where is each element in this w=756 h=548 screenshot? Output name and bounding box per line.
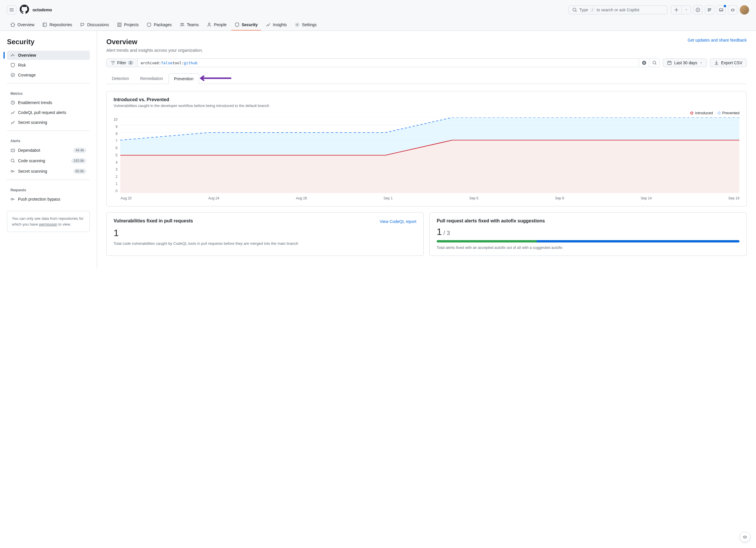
filter-query-input[interactable]: archived:false tool:github [138, 59, 639, 67]
svg-rect-13 [11, 149, 15, 152]
svg-rect-21 [668, 61, 671, 64]
search-placeholder-pre: Type [579, 8, 588, 12]
hamburger-button[interactable] [7, 5, 16, 15]
page-subtitle: Alert trends and insights across your or… [106, 48, 203, 53]
metrics-tabs: Detection Remediation Prevention [106, 73, 747, 84]
autofix-value: 1 [437, 226, 442, 237]
svg-point-18 [11, 198, 13, 200]
sidebar-item-code-scanning[interactable]: Code scanning163.8k [7, 156, 90, 166]
svg-point-15 [13, 150, 14, 150]
vuln-desc: Total code vulnerabilities caught by Cod… [114, 241, 416, 246]
search-shortcut-key: / [590, 8, 594, 12]
search-placeholder-post: to search or ask Copilot [596, 8, 639, 12]
sidebar-group-requests: Requests [7, 183, 90, 194]
nav-settings[interactable]: Settings [291, 19, 320, 31]
topbar: octodemo Type / to search or ask Copilot [0, 0, 756, 19]
svg-rect-5 [43, 23, 46, 26]
vuln-card-title: Vulnerabilities fixed in pull requests [114, 218, 193, 223]
tab-prevention[interactable]: Prevention [169, 73, 199, 84]
svg-point-4 [733, 10, 734, 10]
sidebar-item-push-bypass[interactable]: Push protection bypass [7, 194, 90, 204]
chart-y-axis: 109876543210 [114, 117, 120, 193]
nav-insights[interactable]: Insights [262, 19, 290, 31]
sidebar-group-metrics: Metrics [7, 87, 90, 98]
sidebar-item-enablement[interactable]: Enablement trends [7, 98, 90, 107]
nav-repositories[interactable]: Repositories [39, 19, 76, 31]
nav-packages[interactable]: Packages [143, 19, 175, 31]
permission-link[interactable]: permission [39, 222, 57, 226]
chart-card: Introduced vs. Prevented Vulnerabilities… [106, 91, 747, 206]
svg-point-3 [732, 10, 732, 10]
svg-point-20 [653, 61, 656, 64]
autofix-desc: Total alerts fixed with an accepted auto… [437, 245, 739, 250]
sidebar-item-coverage[interactable]: Coverage [7, 70, 90, 80]
nav-discussions[interactable]: Discussions [77, 19, 112, 31]
view-codeql-link[interactable]: View CodeQL report [380, 219, 416, 224]
nav-projects[interactable]: Projects [114, 19, 142, 31]
sidebar-title: Security [7, 38, 90, 46]
copilot-button[interactable] [728, 5, 737, 15]
svg-point-14 [12, 150, 12, 150]
sidebar-item-secret-scanning[interactable]: Secret scanning60.6k [7, 166, 90, 176]
avatar[interactable] [740, 5, 749, 15]
filter-button[interactable]: Filter 2 [107, 59, 138, 67]
autofix-title: Pull request alerts fixed with autofix s… [437, 218, 739, 223]
github-logo[interactable] [20, 5, 29, 15]
svg-point-8 [182, 23, 184, 24]
date-range-button[interactable]: Last 30 days [663, 58, 707, 67]
issues-button[interactable] [693, 5, 703, 15]
svg-rect-6 [118, 23, 121, 26]
inbox-button[interactable] [716, 5, 726, 15]
nav-overview[interactable]: Overview [7, 19, 38, 31]
svg-point-7 [181, 23, 182, 24]
export-csv-button[interactable]: Export CSV [710, 58, 747, 67]
sidebar-group-alerts: Alerts [7, 134, 90, 145]
svg-point-1 [697, 9, 698, 10]
nav-security[interactable]: Security [231, 19, 261, 31]
org-name[interactable]: octodemo [33, 8, 52, 12]
create-new-button[interactable] [671, 6, 691, 14]
sidebar-item-risk[interactable]: Risk [7, 60, 90, 70]
sidebar: Security Overview Risk Coverage Metrics … [0, 31, 97, 268]
sidebar-item-overview[interactable]: Overview [7, 51, 90, 60]
autofix-denom: / 3 [442, 230, 450, 236]
vuln-fixed-card: Vulnerabilities fixed in pull requests V… [106, 212, 424, 256]
page-title: Overview [106, 38, 203, 46]
vuln-value: 1 [114, 227, 416, 238]
annotation-arrow-icon [196, 75, 231, 81]
legend-prevented: Prevented [718, 111, 739, 115]
chart-plot-area [120, 117, 739, 194]
autofix-progress [437, 240, 739, 242]
nav-people[interactable]: People [203, 19, 230, 31]
permission-note: You can only see data from repositories … [7, 211, 90, 232]
legend-introduced: Introduced [690, 111, 713, 115]
svg-point-9 [208, 23, 210, 25]
svg-rect-2 [731, 9, 734, 11]
autofix-card: Pull request alerts fixed with autofix s… [429, 212, 747, 256]
clear-filter-button[interactable] [639, 59, 649, 67]
chart-x-axis: Aug 20Aug 24Aug 28Sep 1Sep 5Sep 9Sep 14S… [121, 196, 739, 200]
svg-point-17 [11, 170, 13, 172]
feedback-link[interactable]: Get updates and share feedback [688, 38, 747, 42]
filter-count: 2 [128, 61, 133, 65]
nav-teams[interactable]: Teams [176, 19, 202, 31]
sidebar-item-secret-scan-metrics[interactable]: Secret scanning [7, 118, 90, 127]
chart-subtitle: Vulnerabilities caught in the developer … [114, 103, 739, 108]
sidebar-item-codeql-pr[interactable]: CodeQL pull request alerts [7, 108, 90, 117]
sidebar-item-dependabot[interactable]: Dependabot44.4k [7, 145, 90, 155]
tab-remediation[interactable]: Remediation [135, 73, 169, 84]
org-nav: Overview Repositories Discussions Projec… [0, 19, 756, 31]
svg-point-10 [297, 24, 298, 25]
pull-requests-button[interactable] [705, 5, 714, 15]
search-filter-button[interactable] [649, 59, 660, 67]
main-content: Overview Alert trends and insights acros… [97, 31, 756, 268]
global-search[interactable]: Type / to search or ask Copilot [569, 6, 667, 14]
tab-detection[interactable]: Detection [106, 73, 135, 84]
svg-point-16 [11, 159, 14, 162]
chart-title: Introduced vs. Prevented [114, 97, 739, 102]
